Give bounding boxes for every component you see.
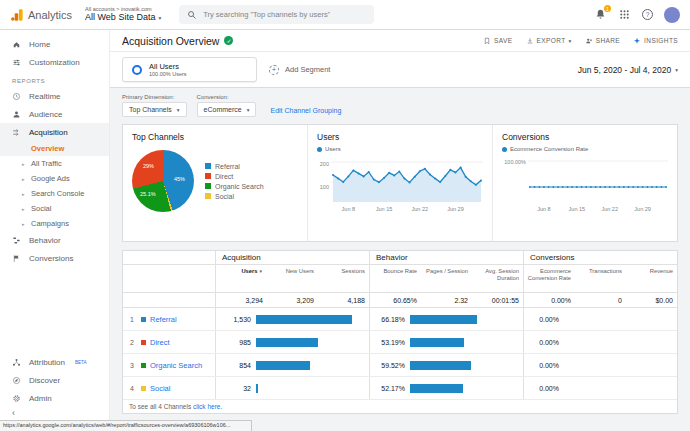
users-chart-area: 200100 Jun 8Jun 15Jun 22Jun 29 — [317, 153, 483, 214]
column-header-revenue[interactable]: Revenue — [626, 265, 677, 275]
legend-item-direct: Direct — [205, 173, 264, 180]
click-here-link[interactable]: click here. — [193, 403, 222, 410]
users-legend-label: Users — [325, 146, 341, 152]
users-chart-title: Users — [317, 132, 483, 142]
sidebar-item-acquisition[interactable]: Acquisition — [0, 123, 109, 141]
save-button[interactable]: SAVE — [483, 37, 512, 45]
users-x-axis: Jun 8Jun 15Jun 22Jun 29 — [331, 205, 483, 214]
column-header-avg-session-duration[interactable]: Avg. Session Duration — [472, 265, 523, 282]
sidebar-item-label: Home — [29, 40, 50, 49]
check-icon: ✓ — [224, 36, 233, 45]
sidebar-item-conversions[interactable]: Conversions — [0, 249, 109, 267]
download-icon — [526, 37, 534, 45]
table-footer: To see all 4 Channels click here. — [123, 400, 677, 413]
row-rank: 4 — [123, 385, 141, 392]
column-header-transactions[interactable]: Transactions — [575, 265, 626, 275]
sidebar-item-home[interactable]: Home — [0, 35, 109, 53]
sidebar-item-attribution[interactable]: Attribution BETA — [0, 353, 109, 371]
column-header-ecommerce-conversion-rate[interactable]: Ecommerce Conversion Rate — [524, 265, 575, 282]
sidebar-item-label: All Traffic — [31, 159, 62, 168]
primary-dimension-select[interactable]: Top Channels ▾ — [122, 102, 187, 117]
table-rows: 1Referral1,53066.18%0.00%2Direct98553.19… — [123, 308, 677, 400]
dimension-controls: Primary Dimension: Top Channels ▾ Conver… — [110, 88, 690, 117]
conversions-chart-svg[interactable] — [528, 153, 668, 205]
channel-link[interactable]: Direct — [150, 338, 170, 347]
date-range-picker[interactable]: Jun 5, 2020 - Jul 4, 2020 ▾ — [578, 65, 678, 75]
property-selector[interactable]: All Web Site Data ▾ — [85, 12, 161, 22]
search-placeholder: Try searching "Top channels by users" — [203, 10, 330, 19]
conversions-plot: Jun 8Jun 15Jun 22Jun 29 — [528, 153, 668, 214]
users-chart-svg[interactable] — [331, 153, 483, 205]
column-header-pages-session[interactable]: Pages / Session — [421, 265, 472, 275]
channel-link[interactable]: Organic Search — [150, 361, 202, 370]
conversion-rate-bar — [564, 338, 665, 347]
topbar-actions: 1 ? — [594, 7, 680, 23]
conversion-select[interactable]: eCommerce ▾ — [197, 102, 257, 117]
edit-channel-grouping-link[interactable]: Edit Channel Grouping — [270, 107, 341, 114]
users-section: Users Users 200100 Jun 8Jun 15Jun 22Jun … — [307, 125, 492, 241]
table-row-direct: 2Direct98553.19%0.00% — [123, 331, 677, 354]
sidebar-item-campaigns[interactable]: ▸ Campaigns — [0, 216, 109, 231]
sidebar-item-label: Discover — [29, 376, 60, 385]
all-users-segment-chip[interactable]: All Users 100.00% Users — [122, 57, 257, 82]
sidebar-item-social[interactable]: ▸ Social — [0, 201, 109, 216]
bounce-rate-bar — [410, 384, 511, 393]
notifications-button[interactable]: 1 — [594, 8, 607, 21]
apps-grid-button[interactable] — [618, 8, 631, 21]
flag-icon — [12, 254, 21, 263]
sidebar-item-label: Social — [31, 204, 51, 213]
column-header-new-users[interactable]: New Users — [267, 265, 318, 275]
sidebar-item-realtime[interactable]: Realtime — [0, 87, 109, 105]
sidebar-item-search-console[interactable]: ▸ Search Console — [0, 186, 109, 201]
users-bar — [256, 315, 357, 324]
sidebar-item-audience[interactable]: Audience — [0, 105, 109, 123]
expand-arrow-icon: ▸ — [22, 206, 28, 212]
sidebar-item-behavior[interactable]: Behavior — [0, 231, 109, 249]
sidebar-item-discover[interactable]: Discover — [0, 371, 109, 389]
search-icon — [187, 10, 197, 20]
collapse-sidebar-button[interactable]: ‹ — [12, 409, 15, 418]
help-icon[interactable]: ? — [642, 9, 653, 20]
segment-subtext: 100.00% Users — [149, 71, 187, 77]
legend-swatch — [205, 173, 211, 179]
column-header-bounce-rate[interactable]: Bounce Rate — [370, 265, 421, 275]
channel-color-swatch — [141, 363, 146, 368]
channel-color-swatch — [141, 317, 146, 322]
share-button[interactable]: SHARE — [585, 37, 620, 45]
segment-name: All Users — [149, 62, 187, 71]
x-axis-label: Jun 29 — [447, 206, 464, 212]
sidebar-item-admin[interactable]: Admin — [0, 389, 109, 407]
legend-swatch — [205, 183, 211, 189]
legend-label: Direct — [215, 173, 233, 180]
column-header-sessions[interactable]: Sessions — [318, 265, 369, 275]
avatar[interactable] — [664, 7, 680, 23]
insights-spark-icon — [633, 37, 641, 45]
conversions-legend: Ecommerce Conversion Rate — [502, 146, 668, 152]
channel-color-swatch — [141, 340, 146, 345]
sidebar-item-customization[interactable]: Customization — [0, 53, 109, 71]
channel-link[interactable]: Social — [150, 384, 170, 393]
sidebar-item-all-traffic[interactable]: ▸ All Traffic — [0, 156, 109, 171]
y-axis-label: 100 — [320, 184, 329, 190]
column-header-users[interactable]: Users▼ — [216, 265, 267, 275]
export-button[interactable]: EXPORT ▾ — [526, 37, 572, 45]
legend-label: Organic Search — [215, 183, 264, 190]
sidebar-item-overview[interactable]: Overview — [0, 141, 109, 156]
bookmark-icon — [483, 37, 491, 45]
group-header-behavior: Behavior — [369, 251, 523, 264]
channel-link[interactable]: Referral — [150, 315, 177, 324]
channel-cell: Organic Search — [141, 361, 215, 370]
users-value: 985 — [216, 339, 256, 346]
insights-button[interactable]: INSIGHTS — [633, 37, 678, 45]
search-bar[interactable]: Try searching "Top channels by users" — [179, 5, 374, 24]
x-axis-label: Jun 29 — [634, 206, 651, 212]
pie-slice-label: 29% — [143, 163, 154, 169]
conversion-rate-value: 0.00% — [524, 362, 564, 369]
table-col-headers: Users▼New UsersSessionsBounce RatePages … — [123, 265, 677, 293]
sidebar-item-label: Overview — [31, 144, 64, 153]
add-segment-button[interactable]: + Add Segment — [269, 65, 330, 75]
totals-group: 60.65%2.3200:01:55 — [369, 293, 523, 307]
sidebar-item-label: Behavior — [29, 236, 61, 245]
sidebar-item-google-ads[interactable]: ▸ Google Ads — [0, 171, 109, 186]
channel-color-swatch — [141, 386, 146, 391]
